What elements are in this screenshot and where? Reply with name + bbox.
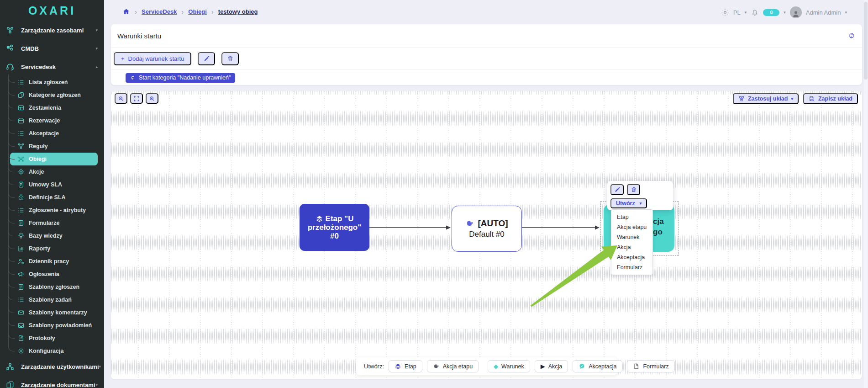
sidebar-item-szablony-zadan[interactable]: Szablony zadań [0, 293, 104, 306]
sidebar-section-servicedesk[interactable]: Servicedesk ▴ [0, 58, 104, 76]
bell-icon[interactable] [751, 8, 759, 16]
panel-title: Warunki startu [117, 32, 161, 40]
menu-item-warunek[interactable]: Warunek [611, 232, 652, 242]
sidebar-item-akceptacje[interactable]: Akceptacje [0, 127, 104, 140]
save-icon [809, 96, 815, 102]
obiegi-workflow-page: OXARI Zarządzanie zasobami ▾ CMDB ▾ Serv… [0, 0, 868, 388]
tasks-icon [17, 296, 25, 303]
sidebar-item-rezerwacje[interactable]: Rezerwacje [0, 114, 104, 127]
zoom-in-icon [149, 96, 155, 102]
menu-item-akcja-etapu[interactable]: Akcja etapu [611, 222, 652, 232]
home-icon[interactable] [122, 8, 130, 16]
sidebar-section-zarzadzanie-uzytkownikami[interactable]: Zarządzanie użytkownikami ▾ [0, 357, 104, 376]
notifications-badge[interactable]: 0 [763, 9, 779, 16]
language-selector[interactable]: PL [733, 9, 741, 16]
workflow-node-etap[interactable]: Etap "U przełożonego" #0 [300, 204, 369, 251]
checklist-icon [17, 130, 25, 137]
panel-header: Warunki startu [111, 24, 862, 48]
sidebar-section-zarzadzanie-dokumentami[interactable]: Zarządzanie dokumentami ▾ [0, 376, 104, 388]
breadcrumb-separator: › [211, 8, 214, 16]
chevron-down-icon[interactable]: ▾ [845, 10, 847, 15]
pointing-hand-icon [433, 363, 440, 370]
sidebar-item-protokoly[interactable]: Protokoły [0, 332, 104, 345]
chevron-down-icon: ▾ [791, 96, 793, 101]
canvas-zoom-controls [115, 93, 158, 104]
workflow-node-auto[interactable]: [AUTO] Default #0 [452, 206, 522, 252]
toolbar-button-akcja[interactable]: ▶ Akcja [535, 360, 568, 372]
gear-icon[interactable] [721, 8, 729, 16]
zoom-out-button[interactable] [115, 93, 127, 104]
menu-item-akceptacja[interactable]: Akceptacja [611, 252, 652, 262]
fit-view-button[interactable] [130, 93, 143, 104]
sidebar-item-bazy-wiedzy[interactable]: Bazy wiedzy [0, 229, 104, 242]
add-start-condition-button[interactable]: + Dodaj warunek startu [114, 52, 191, 65]
breadcrumb-obiegi[interactable]: Obiegi [188, 8, 206, 15]
copy-icon [17, 91, 25, 99]
sidebar-item-formularze[interactable]: Formularze [0, 217, 104, 229]
apply-layout-button[interactable]: Zastosuj układ ▾ [733, 93, 799, 104]
sidebar-item-raporty[interactable]: Raporty [0, 242, 104, 255]
menu-item-etap[interactable]: Etap [611, 212, 652, 222]
toolbar-button-warunek[interactable]: ◆ Warunek [488, 360, 530, 372]
form-icon [17, 219, 25, 227]
swap-refresh-icon[interactable] [847, 32, 856, 40]
breadcrumb-servicedesk[interactable]: ServiceDesk [142, 8, 177, 15]
menu-item-akcja[interactable]: Akcja [611, 242, 652, 252]
sidebar-item-ogloszenia[interactable]: Ogłoszenia [0, 268, 104, 281]
sidebar-item-lista-zgloszen[interactable]: Lista zgłoszeń [0, 76, 104, 89]
list-icon [17, 79, 25, 86]
start-condition-badge[interactable]: Start kategoria "Nadanie uprawnień" [126, 73, 235, 83]
clock-icon [17, 194, 25, 201]
delete-button[interactable] [221, 52, 239, 65]
sidebar-item-kategorie-zgloszen[interactable]: Kategorie zgłoszeń [0, 89, 104, 101]
sidebar-item-obiegi[interactable]: Obiegi [10, 153, 98, 165]
workflow-icon [17, 155, 25, 163]
mail-icon [17, 309, 25, 316]
node-delete-button[interactable] [627, 184, 640, 195]
sidebar-item-umowy-sla[interactable]: Umowy SLA [0, 178, 104, 191]
sidebar-section-zarzadzanie-zasobami[interactable]: Zarządzanie zasobami ▾ [0, 21, 104, 39]
sidebar-item-akcje[interactable]: Akcje [0, 165, 104, 178]
menu-item-formularz[interactable]: Formularz [611, 262, 652, 272]
create-dropdown-menu: Etap Akcja etapu Warunek Akcja Akceptacj… [611, 209, 653, 275]
bulb-icon [17, 232, 25, 239]
toolbar-button-akceptacja[interactable]: Akceptacja [573, 360, 622, 372]
node-edit-button[interactable] [610, 184, 624, 195]
diamond-icon: ◆ [494, 363, 498, 369]
sidebar-item-szablony-powiadomien[interactable]: Szablony powiadomień [0, 319, 104, 332]
target-icon [17, 168, 25, 175]
toolbar-button-formularz[interactable]: Formularz [627, 360, 674, 372]
chevron-down-icon[interactable]: ▾ [784, 10, 786, 15]
workflow-canvas[interactable]: Zastosuj układ ▾ Zapisz układ cja go Eta… [111, 91, 862, 379]
toolbar-button-etap[interactable]: Etap [389, 360, 422, 372]
sidebar-item-zestawienia[interactable]: Zestawienia [0, 101, 104, 114]
edit-button[interactable] [198, 52, 215, 65]
sidebar-item-zgloszenie-atrybuty[interactable]: Zgłoszenie - atrybuty [0, 204, 104, 217]
sidebar-item-konfiguracja[interactable]: Konfiguracja [0, 345, 104, 357]
toolbar-button-akcja-etapu[interactable]: Akcja etapu [427, 360, 479, 372]
megaphone-icon [17, 271, 25, 278]
sidebar-section-cmdb[interactable]: CMDB ▾ [0, 39, 104, 58]
create-toolbar-label: Utwórz: [364, 363, 384, 370]
sidebar-item-reguly[interactable]: Reguły [0, 140, 104, 153]
save-layout-button[interactable]: Zapisz układ [803, 93, 858, 104]
sidebar-item-szablony-zgloszen[interactable]: Szablony zgłoszeń [0, 281, 104, 293]
headset-icon [5, 62, 15, 71]
sidebar-item-definicje-sla[interactable]: Definicje SLA [0, 191, 104, 204]
sidebar-item-dziennik-pracy[interactable]: Dziennik pracy [0, 255, 104, 268]
create-dropdown-button[interactable]: Utwórz ▾ [610, 198, 647, 208]
protocol-icon [17, 335, 25, 342]
avatar[interactable] [790, 6, 802, 18]
layers-icon [316, 215, 323, 223]
sidebar-item-szablony-komentarzy[interactable]: Szablony komentarzy [0, 306, 104, 319]
chevron-down-icon: ▾ [95, 46, 98, 51]
branch-icon [17, 143, 25, 150]
template-icon [17, 283, 25, 291]
zoom-in-button[interactable] [146, 93, 158, 104]
chevron-down-icon: ▾ [95, 28, 98, 32]
user-name: Admin Admin [806, 9, 841, 16]
chevron-down-icon[interactable]: ▾ [745, 10, 747, 15]
attributes-icon [17, 207, 25, 214]
page-scrollbar-thumb[interactable] [864, 2, 868, 80]
breadcrumb-current: testowy obieg [218, 8, 258, 15]
